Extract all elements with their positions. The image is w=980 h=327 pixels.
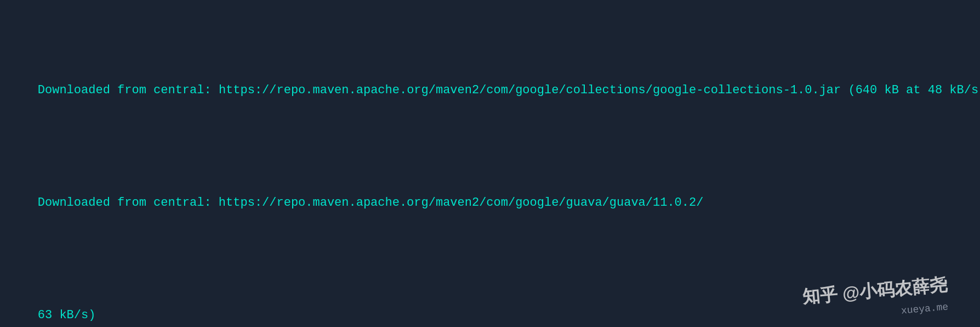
download-line-2: Downloaded from central: https://repo.ma…: [38, 196, 704, 210]
terminal-line-1: Downloaded from central: https://repo.ma…: [9, 63, 971, 119]
terminal-line-2: Downloaded from central: https://repo.ma…: [9, 175, 971, 231]
download-line-1: Downloaded from central: https://repo.ma…: [38, 83, 980, 97]
download-size: 63 kB/s): [38, 308, 96, 322]
terminal-window: Downloaded from central: https://repo.ma…: [9, 7, 971, 320]
